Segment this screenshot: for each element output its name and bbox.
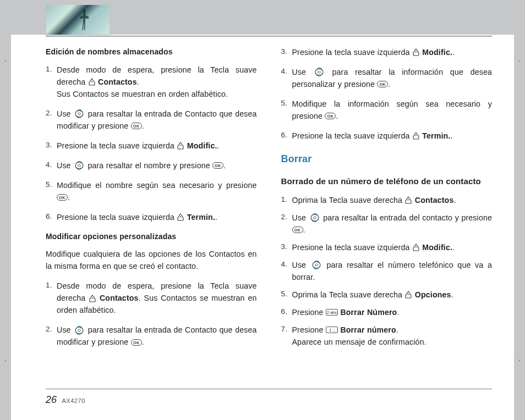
text: Presione la tecla suave izquierda	[57, 213, 177, 222]
keypad-2-icon: 2 abc	[326, 309, 338, 316]
text: Use	[292, 261, 310, 269]
list-item: Use para resaltar la entrada de Contacto…	[46, 108, 257, 132]
text: para resaltar la entrada de Contacto que…	[57, 109, 257, 130]
bold-text: Contactos	[415, 196, 454, 205]
ok-key-icon: OK	[212, 162, 223, 169]
list-item: Presione la tecla suave izquierda Modifi…	[281, 46, 493, 58]
text: .	[452, 48, 455, 57]
text: .	[396, 325, 398, 334]
ok-key-icon: OK	[131, 339, 142, 346]
list-item: Presione la tecla suave izquierda Modifi…	[281, 241, 493, 253]
bold-text: Modific.	[187, 141, 217, 150]
registration-mark	[5, 60, 6, 62]
header-bar	[11, 0, 514, 35]
nav-ring-icon	[73, 161, 85, 170]
text: Oprima la Tecla suave derecha	[292, 196, 405, 205]
page-footer: 26 AX4270	[46, 394, 85, 406]
softkey-icon	[404, 291, 412, 299]
list-item: Presione 2 abc Borrar Número.	[281, 306, 493, 318]
softkey-icon	[177, 213, 184, 221]
list-item: Modifique el nombre según sea necesario …	[46, 179, 257, 203]
divider-top	[46, 36, 492, 37]
text: Use	[57, 161, 73, 170]
text: .	[142, 121, 144, 130]
text: Oprima la Tecla suave derecha	[292, 290, 405, 299]
bold-text: Borrar número	[340, 325, 396, 334]
softkey-icon	[404, 196, 412, 204]
list-item: Oprima la Tecla suave derecha Contactos.	[281, 194, 493, 206]
bold-text: Termin.	[422, 131, 450, 140]
softkey-icon	[89, 295, 96, 302]
text: .	[397, 308, 399, 317]
text: Use	[292, 68, 313, 76]
list-item: Use para resaltar la entrada del contact…	[281, 212, 493, 236]
nav-ring-icon	[310, 260, 322, 270]
ok-key-icon: OK	[292, 226, 303, 233]
text: Presione la tecla suave izquierda	[292, 131, 412, 140]
list-item: Use para resaltar la información que des…	[281, 66, 493, 90]
text: .	[217, 141, 220, 150]
model-number: AX4270	[62, 397, 85, 404]
page-number: 26	[46, 394, 57, 405]
heading-modificar-opciones: Modificar opciones personalizadas	[46, 231, 257, 243]
text: Use	[57, 325, 73, 334]
text: .	[142, 338, 144, 346]
bold-text: Termin.	[187, 213, 215, 222]
text: para resaltar la entrada de Contacto que…	[57, 325, 257, 346]
list-item: Use para resaltar el número telefónico q…	[281, 259, 493, 283]
list-edicion-nombres: Desde modo de espera, presione la Tecla …	[46, 64, 257, 223]
nav-ring-icon	[73, 325, 85, 335]
text: .	[453, 196, 456, 205]
heading-edicion-nombres: Edición de nombres almacenados	[46, 46, 257, 58]
text: .	[388, 80, 390, 89]
text: .	[303, 225, 305, 234]
bold-text: Contactos	[98, 78, 137, 86]
list-item: Desde modo de espera, presione la Tecla …	[46, 280, 257, 316]
list-item: Presione la tecla suave izquierda Termin…	[46, 211, 257, 223]
list-borrar: Oprima la Tecla suave derecha Contactos.…	[281, 194, 493, 348]
list-item: Desde modo de espera, presione la Tecla …	[46, 64, 257, 100]
text: Presione	[292, 325, 326, 334]
heading-borrado-numero: Borrado de un número de teléfono de un c…	[281, 175, 493, 187]
text: Presione la tecla suave izquierda	[57, 141, 177, 150]
section-heading-borrar: Borrar	[281, 152, 493, 167]
text: .	[451, 290, 453, 299]
text: Presione	[292, 308, 326, 317]
text: Use	[57, 109, 73, 118]
nav-ring-icon	[313, 67, 325, 77]
nav-ring-icon	[309, 213, 321, 223]
list-item: Presione la tecla suave izquierda Termin…	[281, 130, 493, 142]
divider-bottom	[46, 389, 492, 389]
text: para resaltar el nombre y presione	[88, 161, 212, 170]
bold-text: Modific.	[422, 243, 452, 252]
nav-ring-icon	[73, 109, 85, 119]
registration-mark	[5, 360, 6, 361]
intro-paragraph: Modifique cualquiera de las opciones de …	[46, 248, 257, 272]
text: .	[68, 193, 70, 202]
text: Modifique el nombre según sea necesario …	[57, 181, 257, 190]
keypad-1-icon: 1 .;	[326, 327, 338, 333]
page-content: Edición de nombres almacenados Desde mod…	[46, 46, 492, 384]
softkey-icon	[412, 244, 420, 251]
list-item: Oprima la Tecla suave derecha Opciones.	[281, 289, 493, 301]
text: .	[137, 78, 139, 86]
registration-mark	[519, 360, 520, 361]
text: Presione la tecla suave izquierda	[292, 243, 412, 252]
ok-key-icon: OK	[325, 113, 336, 119]
text: para resaltar la entrada del contacto y …	[323, 213, 492, 222]
text: Sus Contactos se muestran en orden alfab…	[57, 90, 228, 98]
softkey-icon	[412, 132, 420, 140]
text: Presione la tecla suave izquierda	[292, 48, 412, 57]
ok-key-icon: OK	[57, 194, 68, 201]
ok-key-icon: OK	[131, 123, 142, 129]
list-item: Modifique la información según sea neces…	[281, 98, 493, 122]
registration-mark	[519, 60, 520, 62]
softkey-icon	[412, 48, 420, 56]
text: .	[452, 243, 455, 252]
list-item: Presione la tecla suave izquierda Modifi…	[46, 140, 257, 152]
softkey-icon	[177, 142, 184, 150]
text: Desde modo de espera, presione la Tecla …	[57, 65, 257, 86]
text: Modifique la información según sea neces…	[292, 100, 493, 120]
text: Use	[292, 213, 309, 222]
text: .	[336, 112, 338, 120]
